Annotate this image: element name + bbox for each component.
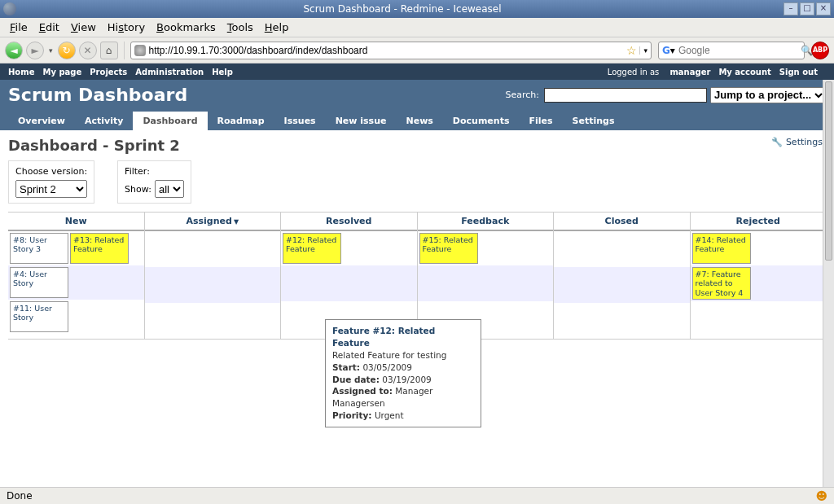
tooltip-priority-label: Priority: bbox=[332, 410, 372, 420]
google-logo-icon: G bbox=[662, 45, 670, 56]
tab-documents[interactable]: Documents bbox=[443, 112, 520, 130]
scrollbar-thumb[interactable] bbox=[825, 81, 832, 261]
tooltip-assigned-label: Assigned to: bbox=[332, 386, 393, 396]
topmenu-home[interactable]: Home bbox=[8, 68, 34, 77]
show-label: Show: bbox=[125, 184, 151, 195]
tab-overview[interactable]: Overview bbox=[8, 112, 75, 130]
search-bar[interactable]: G ▾ 🔍 bbox=[658, 42, 805, 59]
history-dropdown[interactable]: ▾ bbox=[49, 46, 53, 55]
topmenu-mypage[interactable]: My page bbox=[42, 68, 81, 77]
menu-tools[interactable]: Tools bbox=[222, 20, 258, 35]
jump-to-project-select[interactable]: Jump to a project... bbox=[710, 87, 826, 103]
topmenu-myaccount[interactable]: My account bbox=[718, 68, 770, 77]
status-smiley-icon: ☻ bbox=[815, 489, 827, 502]
content-area: Settings Dashboard - Sprint 2 Choose ver… bbox=[0, 130, 834, 346]
col-new: New #8: User Story 3 #13: Related Featur… bbox=[8, 213, 145, 339]
redmine-header: Scrum Dashboard Search: Jump to a projec… bbox=[0, 80, 834, 130]
close-button[interactable]: × bbox=[816, 2, 831, 15]
menu-view[interactable]: View bbox=[66, 20, 101, 35]
reload-button[interactable]: ↻ bbox=[58, 42, 76, 59]
forward-button[interactable]: ► bbox=[26, 42, 44, 59]
card-13[interactable]: #13: Related Feature bbox=[70, 233, 129, 264]
tab-roadmap[interactable]: Roadmap bbox=[208, 112, 274, 130]
card-7[interactable]: #7: Feature related to User Story 4 bbox=[692, 267, 751, 300]
tab-newissue[interactable]: New issue bbox=[326, 112, 397, 130]
browser-toolbar: ◄ ► ▾ ↻ ✕ ⌂ ☆ ▾ G ▾ 🔍 ABP bbox=[0, 37, 834, 64]
redmine-topmenu: Home My page Projects Administration Hel… bbox=[0, 64, 834, 80]
tab-news[interactable]: News bbox=[396, 112, 442, 130]
colhead-rejected[interactable]: Rejected bbox=[691, 213, 827, 231]
filter-box: Filter: Show: all bbox=[117, 160, 191, 204]
window-title: Scrum Dashboard - Redmine - Iceweasel bbox=[21, 3, 784, 15]
minimize-button[interactable]: – bbox=[784, 2, 798, 15]
tooltip-start-label: Start: bbox=[332, 362, 360, 372]
choose-version-select[interactable]: Sprint 2 bbox=[15, 180, 87, 198]
url-input[interactable] bbox=[149, 45, 623, 56]
search-engine-dropdown[interactable]: ▾ bbox=[670, 45, 675, 56]
toolbar-separator bbox=[124, 42, 125, 59]
tooltip-subtitle: Related Feature for testing bbox=[332, 349, 474, 362]
bookmark-star-icon[interactable]: ☆ bbox=[626, 44, 637, 57]
tab-issues[interactable]: Issues bbox=[274, 112, 326, 130]
sort-arrow-icon: ▼ bbox=[234, 218, 239, 226]
url-bar[interactable]: ☆ ▾ bbox=[130, 42, 652, 59]
tab-settings[interactable]: Settings bbox=[563, 112, 625, 130]
colhead-closed[interactable]: Closed bbox=[554, 213, 690, 231]
page-viewport: Home My page Projects Administration Hel… bbox=[0, 64, 834, 487]
colhead-assigned[interactable]: Assigned▼ bbox=[145, 213, 281, 231]
back-button[interactable]: ◄ bbox=[5, 42, 23, 59]
card-tooltip: Feature #12: Related Feature Related Fea… bbox=[325, 319, 481, 427]
card-15[interactable]: #15: Related Feature bbox=[419, 233, 478, 264]
project-title: Scrum Dashboard bbox=[8, 85, 506, 105]
topmenu-projects[interactable]: Projects bbox=[90, 68, 127, 77]
topmenu-help[interactable]: Help bbox=[212, 68, 233, 77]
tab-dashboard[interactable]: Dashboard bbox=[133, 112, 207, 130]
topmenu-admin[interactable]: Administration bbox=[135, 68, 204, 77]
app-icon bbox=[3, 2, 16, 15]
page-scrollbar[interactable] bbox=[823, 80, 834, 487]
card-11[interactable]: #11: User Story bbox=[10, 301, 68, 332]
window-titlebar: Scrum Dashboard - Redmine - Iceweasel – … bbox=[0, 0, 834, 18]
browser-statusbar: Done ☻ bbox=[0, 487, 834, 504]
colhead-new[interactable]: New bbox=[8, 213, 144, 231]
urlbar-dropdown[interactable]: ▾ bbox=[639, 46, 647, 55]
card-12[interactable]: #12: Related Feature bbox=[283, 233, 341, 264]
colhead-feedback[interactable]: Feedback bbox=[418, 213, 554, 231]
home-button[interactable]: ⌂ bbox=[100, 42, 118, 59]
main-menu: Overview Activity Dashboard Roadmap Issu… bbox=[8, 112, 826, 130]
tooltip-title: Feature #12: Related Feature bbox=[332, 325, 474, 348]
card-8[interactable]: #8: User Story 3 bbox=[10, 233, 68, 264]
search-label: Search: bbox=[506, 90, 540, 100]
tooltip-due-label: Due date: bbox=[332, 375, 380, 384]
adblock-icon[interactable]: ABP bbox=[811, 42, 829, 59]
maximize-button[interactable]: □ bbox=[800, 2, 814, 15]
menu-edit[interactable]: Edit bbox=[34, 20, 64, 35]
tooltip-priority-val: Urgent bbox=[375, 410, 404, 420]
menu-file[interactable]: File bbox=[5, 20, 33, 35]
dashboard-heading: Dashboard - Sprint 2 bbox=[8, 137, 826, 154]
menu-history[interactable]: History bbox=[103, 20, 150, 35]
menu-bookmarks[interactable]: Bookmarks bbox=[151, 20, 221, 35]
choose-version-box: Choose version: Sprint 2 bbox=[8, 160, 94, 204]
search-input[interactable] bbox=[678, 45, 801, 56]
card-14[interactable]: #14: Related Feature bbox=[692, 233, 751, 264]
stop-button[interactable]: ✕ bbox=[79, 42, 97, 59]
topmenu-signout[interactable]: Sign out bbox=[779, 68, 818, 77]
choose-version-label: Choose version: bbox=[15, 166, 87, 177]
tooltip-due-val: 03/19/2009 bbox=[382, 375, 432, 384]
favicon bbox=[134, 45, 146, 56]
tab-activity[interactable]: Activity bbox=[75, 112, 133, 130]
browser-menubar: File Edit View History Bookmarks Tools H… bbox=[0, 18, 834, 37]
tab-files[interactable]: Files bbox=[519, 112, 562, 130]
col-closed: Closed bbox=[554, 213, 691, 339]
show-select[interactable]: all bbox=[155, 180, 184, 198]
redmine-search-input[interactable] bbox=[544, 88, 707, 103]
tooltip-start-val: 03/05/2009 bbox=[362, 362, 412, 372]
card-4[interactable]: #4: User Story bbox=[10, 267, 68, 298]
dashboard-settings-link[interactable]: Settings bbox=[771, 137, 823, 147]
colhead-resolved[interactable]: Resolved bbox=[281, 213, 417, 231]
menu-help[interactable]: Help bbox=[260, 20, 294, 35]
col-assigned: Assigned▼ bbox=[145, 213, 282, 339]
logged-in-text: Logged in as manager bbox=[608, 68, 711, 77]
filter-label: Filter: bbox=[125, 166, 184, 177]
